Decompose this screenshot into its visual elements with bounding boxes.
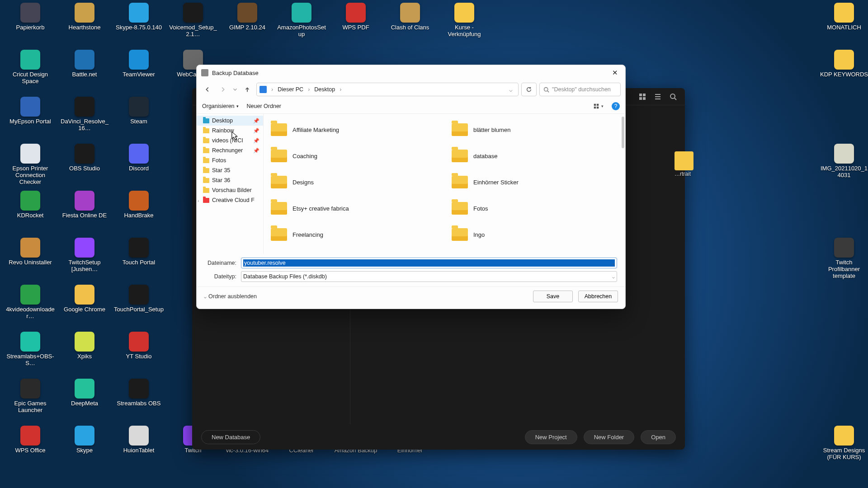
hide-folders-toggle[interactable]: ⌵ Ordner ausblenden — [204, 293, 257, 300]
folder-item[interactable]: Einhörner Sticker — [444, 169, 625, 195]
dialog-titlebar[interactable]: Backup Database ✕ — [197, 65, 625, 80]
desktop-icon[interactable]: Kurse - Verknüpfung — [439, 3, 489, 38]
tree-item[interactable]: videos (NICI📌 — [197, 136, 263, 145]
desktop-icon[interactable]: Clash of Clans — [385, 3, 435, 31]
chevron-down-icon: ⌵ — [204, 294, 207, 299]
expand-caret-icon[interactable]: › — [198, 198, 199, 203]
up-button[interactable] — [241, 83, 254, 96]
tree-item[interactable]: Rechnunger📌 — [197, 145, 263, 155]
desktop-icon[interactable]: TouchPortal_Setup — [114, 285, 164, 313]
scrollbar-thumb[interactable] — [622, 117, 624, 148]
forward-button[interactable] — [217, 83, 229, 96]
search-box[interactable]: "Desktop" durchsuchen — [539, 83, 621, 96]
desktop-icon[interactable]: Battle.net — [60, 50, 109, 78]
tree-item[interactable]: Desktop📌 — [197, 116, 263, 126]
breadcrumb-dropdown-icon[interactable]: ⌵ — [506, 86, 515, 93]
folder-item[interactable]: blätter blumen — [444, 117, 625, 143]
close-button[interactable]: ✕ — [604, 65, 625, 80]
folder-item[interactable]: Freelancing — [264, 221, 444, 248]
desktop-icon[interactable]: MONATLICH — [819, 3, 868, 31]
desktop-icon[interactable]: DaVinci_Resolve_16… — [60, 97, 109, 132]
project-thumb[interactable] — [675, 151, 693, 170]
nav-tree[interactable]: Desktop📌Rainbow📌videos (NICI📌Rechnunger📌… — [197, 114, 264, 254]
desktop-icon[interactable]: Skype — [60, 426, 109, 454]
desktop-icon[interactable]: Epic Games Launcher — [5, 379, 55, 414]
tree-item[interactable]: Rainbow📌 — [197, 126, 263, 136]
desktop-icon[interactable]: TeamViewer — [114, 50, 164, 78]
desktop-icon[interactable]: Touch Portal — [114, 238, 164, 266]
help-button[interactable]: ? — [612, 102, 620, 110]
icon-label: Cricut Design Space — [5, 71, 55, 85]
desktop-icon[interactable]: Voicemod_Setup_2.1… — [168, 3, 218, 38]
new-database-button[interactable]: New Database — [201, 430, 260, 444]
desktop-icon[interactable]: Hearthstone — [60, 3, 109, 31]
chevron-down-icon[interactable]: ⌵ — [612, 274, 615, 279]
chevron-down-icon[interactable]: ⌵ — [612, 261, 615, 266]
desktop-icon[interactable]: WPS PDF — [331, 3, 381, 31]
back-button[interactable] — [201, 83, 214, 96]
desktop-icon[interactable]: Streamlabs+OBS-S… — [5, 332, 55, 367]
folder-item[interactable]: Fotos — [444, 195, 625, 221]
tree-item[interactable]: Vorschau Bilder — [197, 185, 263, 195]
folder-item[interactable]: Coaching — [264, 143, 444, 169]
new-folder-button[interactable]: Neuer Ordner — [247, 103, 281, 109]
desktop-icon[interactable]: MyEpson Portal — [5, 97, 55, 125]
list-view-icon[interactable] — [654, 93, 661, 100]
save-button[interactable]: Save — [533, 291, 573, 302]
view-menu[interactable]: ▾ — [593, 103, 604, 109]
tree-item[interactable]: Fotos — [197, 155, 263, 165]
tree-item[interactable]: Star 35 — [197, 165, 263, 175]
new-folder-button[interactable]: New Folder — [584, 430, 634, 444]
tree-item[interactable]: Star 36 — [197, 175, 263, 185]
desktop-icon[interactable]: TwitchSetup [Jushen… — [60, 238, 109, 273]
folder-item[interactable]: Etsy+ creative fabrica — [264, 195, 444, 221]
recent-dropdown[interactable] — [232, 83, 238, 96]
open-button[interactable]: Open — [641, 430, 676, 444]
search-icon[interactable] — [670, 93, 677, 100]
desktop-icon[interactable]: Revo Uninstaller — [5, 238, 55, 266]
file-list[interactable]: Affiliate MarketingCoachingDesignsEtsy+ … — [264, 114, 625, 254]
desktop-icon[interactable]: Steam — [114, 97, 164, 125]
icon-label: Skype — [60, 447, 109, 454]
desktop-icon[interactable]: AmazonPhotosSetup — [277, 3, 326, 38]
desktop-icon[interactable]: Papierkorb — [5, 3, 55, 31]
desktop-icon[interactable]: Cricut Design Space — [5, 50, 55, 85]
desktop-icon[interactable]: Streamlabs OBS — [114, 379, 164, 407]
breadcrumb-item[interactable]: Dieser PC — [276, 85, 305, 94]
desktop-icon[interactable]: Epson Printer Connection Checker — [5, 144, 55, 186]
desktop-icon[interactable]: IMG_20211020_14031 — [819, 144, 868, 179]
folder-item[interactable] — [264, 248, 444, 254]
desktop-icon[interactable]: HandBrake — [114, 191, 164, 219]
desktop-icon[interactable]: HuionTablet — [114, 426, 164, 454]
desktop-icon[interactable]: Fiesta Online DE — [60, 191, 109, 219]
folder-item[interactable]: Ingo — [444, 221, 625, 248]
refresh-button[interactable] — [521, 83, 537, 96]
tree-item[interactable]: ›Creative Cloud F — [197, 195, 263, 205]
desktop-icon[interactable]: GIMP 2.10.24 — [222, 3, 272, 31]
grid-view-icon[interactable] — [639, 93, 646, 100]
desktop-icon[interactable]: WPS Office — [5, 426, 55, 454]
desktop-icon[interactable]: Discord — [114, 144, 164, 172]
desktop-icon[interactable]: Google Chrome — [60, 285, 109, 313]
desktop-icon[interactable]: KDP KEYWORDS — [819, 50, 868, 78]
breadcrumb-bar[interactable]: › Dieser PC › Desktop › ⌵ — [256, 83, 519, 96]
folder-item[interactable]: Designs — [264, 169, 444, 195]
new-project-button[interactable]: New Project — [525, 430, 577, 444]
desktop-icon[interactable]: Stream Designs (FÜR KURS) — [819, 426, 868, 461]
cancel-button[interactable]: Abbrechen — [578, 291, 618, 302]
desktop-icon[interactable]: Skype-8.75.0.140 — [114, 3, 164, 31]
organize-menu[interactable]: Organisieren ▾ — [202, 103, 239, 109]
folder-item[interactable]: Affiliate Marketing — [264, 117, 444, 143]
folder-item[interactable] — [444, 248, 625, 254]
desktop-icon[interactable]: DeepMeta — [60, 379, 109, 407]
desktop-icon[interactable]: KDRocket — [5, 191, 55, 219]
desktop-icon[interactable]: Xpiks — [60, 332, 109, 360]
filename-input[interactable]: youtuber.resolve ⌵ — [241, 258, 617, 268]
breadcrumb-item[interactable]: Desktop — [312, 85, 337, 94]
desktop-icon[interactable]: 4kvideodownloader… — [5, 285, 55, 320]
desktop-icon[interactable]: YT Studio — [114, 332, 164, 360]
desktop-icon[interactable]: Twitch Profilbanner template — [819, 238, 868, 280]
folder-item[interactable]: database — [444, 143, 625, 169]
desktop-icon[interactable]: OBS Studio — [60, 144, 109, 172]
filetype-select[interactable]: Database Backup Files (*.diskdb) ⌵ — [241, 271, 617, 282]
